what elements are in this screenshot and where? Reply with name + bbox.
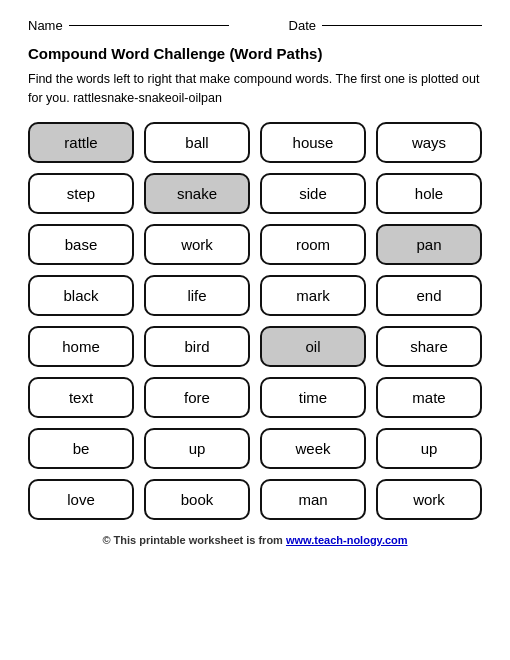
- word-box: up: [376, 428, 482, 469]
- name-label: Name: [28, 18, 63, 33]
- word-box: text: [28, 377, 134, 418]
- word-box: house: [260, 122, 366, 163]
- word-box: black: [28, 275, 134, 316]
- word-box: be: [28, 428, 134, 469]
- word-box: base: [28, 224, 134, 265]
- title: Compound Word Challenge (Word Paths): [28, 45, 482, 62]
- word-box: life: [144, 275, 250, 316]
- footer-text: © This printable worksheet is from: [102, 534, 286, 546]
- word-box: love: [28, 479, 134, 520]
- footer-link[interactable]: www.teach-nology.com: [286, 534, 408, 546]
- word-box: side: [260, 173, 366, 214]
- word-box: home: [28, 326, 134, 367]
- word-box: oil: [260, 326, 366, 367]
- word-box: mark: [260, 275, 366, 316]
- word-box: step: [28, 173, 134, 214]
- word-box: bird: [144, 326, 250, 367]
- word-box: book: [144, 479, 250, 520]
- word-box: snake: [144, 173, 250, 214]
- word-box: fore: [144, 377, 250, 418]
- instructions: Find the words left to right that make c…: [28, 70, 482, 108]
- word-box: share: [376, 326, 482, 367]
- word-box: pan: [376, 224, 482, 265]
- word-box: end: [376, 275, 482, 316]
- date-underline: [322, 25, 482, 26]
- word-grid: rattleballhousewaysstepsnakesideholebase…: [28, 122, 482, 520]
- word-box: time: [260, 377, 366, 418]
- word-box: ways: [376, 122, 482, 163]
- word-box: man: [260, 479, 366, 520]
- word-box: work: [144, 224, 250, 265]
- word-box: work: [376, 479, 482, 520]
- word-box: up: [144, 428, 250, 469]
- word-box: room: [260, 224, 366, 265]
- word-box: week: [260, 428, 366, 469]
- word-box: ball: [144, 122, 250, 163]
- name-underline: [69, 25, 229, 26]
- word-box: rattle: [28, 122, 134, 163]
- word-box: mate: [376, 377, 482, 418]
- header-line: Name Date: [28, 18, 482, 33]
- footer: © This printable worksheet is from www.t…: [28, 534, 482, 546]
- date-label: Date: [289, 18, 316, 33]
- word-box: hole: [376, 173, 482, 214]
